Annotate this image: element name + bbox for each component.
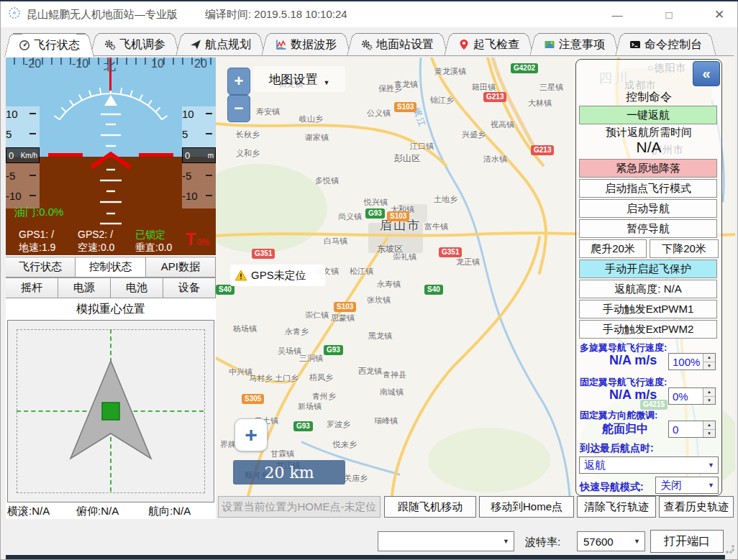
multirotor-speed-spinner[interactable]: 100% ▲▼ — [668, 353, 716, 370]
pause-navigation-button[interactable]: 暂停导航 — [579, 219, 717, 238]
rudder-center-button[interactable]: 舵面归中 — [602, 422, 648, 437]
map-place-label: 江口镇 — [410, 141, 434, 152]
map-zoom-in-large-button[interactable]: + — [234, 418, 268, 451]
tab-flight-status[interactable]: 飞行状态 — [13, 33, 86, 57]
subtab[interactable]: 控制状态 — [76, 257, 145, 277]
road-badge: G351 — [439, 247, 462, 257]
spin-up-icon: ▲ — [703, 354, 715, 362]
return-home-button[interactable]: 一键返航 — [579, 106, 717, 124]
point-flight-mode-button[interactable]: 启动指点飞行模式 — [579, 179, 717, 198]
tab-notes[interactable]: 注意事项 — [538, 33, 611, 55]
map-place-label: 崇礼镇 — [393, 252, 416, 262]
road-badge: G213 — [483, 92, 506, 102]
road-badge: G4202 — [511, 63, 538, 73]
map-place-label: 青龙镇 — [394, 79, 418, 90]
road-badge: G213 — [531, 145, 554, 155]
road-badge: S305 — [242, 394, 264, 404]
gps1-status: GPS1: / — [19, 229, 54, 240]
trigger-extpwm1-button[interactable]: 手动触发ExtPWM1 — [579, 300, 717, 318]
heading-label: 北 — [104, 58, 116, 74]
map-place-label: 土门乡 — [275, 373, 299, 384]
map-zoom-out-button[interactable]: − — [227, 95, 250, 122]
tab-command-console[interactable]: 命令控制台 — [624, 33, 708, 55]
gps2-status: GPS2: / — [78, 229, 113, 240]
fast-nav-dropdown[interactable]: 关闭 ▼ — [655, 477, 719, 494]
rth-eta-label: 预计返航所需时间 — [576, 126, 721, 139]
map-place-label: 杨场镇 — [233, 323, 257, 334]
open-port-button[interactable]: 打开端口 — [650, 530, 724, 553]
tab-waypoint-planning[interactable]: 航点规划 — [184, 33, 257, 55]
map-action-button[interactable]: 设置当前位置为HOME点-未定位 — [218, 496, 381, 518]
aircraft-arrow — [8, 321, 214, 502]
map-place-label: 马村乡 — [249, 373, 273, 384]
speed-readout: 0 Km/h — [6, 147, 40, 163]
spin-up-icon: ▲ — [703, 421, 715, 430]
last-waypoint-dropdown[interactable]: 返航 ▼ — [579, 456, 719, 474]
tab-data-waveform[interactable]: 数据波形 — [270, 33, 342, 55]
map-place-label: 土地乡 — [434, 194, 457, 205]
descend-20m-button[interactable]: 下降20米 — [650, 239, 719, 258]
yaw-readout: 航向:N/A — [148, 505, 191, 518]
tab-ground-station-settings[interactable]: 地面站设置 — [355, 33, 439, 55]
main-tab-bar: 飞行状态 飞机调参 航点规划 数据波形 地面站设置 起飞检查 注意事项 命令控 — [7, 33, 715, 56]
rth-eta-value: N/A — [576, 139, 721, 156]
start-navigation-button[interactable]: 启动导航 — [579, 199, 717, 218]
pitch-readout: 俯仰:N/A — [76, 505, 119, 518]
gears-icon — [361, 39, 373, 50]
close-button[interactable]: ✕ — [707, 6, 732, 24]
minimize-button[interactable]: — — [605, 6, 629, 24]
speed-tick-label: 10 — [6, 108, 18, 120]
subtab[interactable]: 摇杆 — [6, 277, 58, 298]
com-port-dropdown[interactable]: ▼ — [378, 531, 514, 551]
tab-aircraft-tuning[interactable]: 飞机调参 — [99, 33, 171, 55]
status-subtabs-row1: 飞行状态控制状态API数据 — [6, 257, 216, 277]
map-place-label: 三洞镇 — [299, 353, 323, 364]
subtab[interactable]: 飞行状态 — [6, 257, 76, 277]
baud-rate-dropdown[interactable]: 57600 ▼ — [577, 531, 645, 551]
build-time: 编译时间: 2019.5.18 10:10:24 — [205, 8, 347, 22]
maximize-button[interactable]: □ — [657, 6, 681, 24]
map-action-button[interactable]: 清除飞行轨迹 — [577, 496, 656, 518]
map-action-button[interactable]: 移动到Home点 — [479, 496, 574, 518]
trigger-extpwm2-button[interactable]: 手动触发ExtPWM2 — [579, 320, 717, 339]
map-canvas[interactable]: 回龙镇保胜乡寿安镇岐山乡公义镇长秋乡谢家镇黄龙溪镇青龙镇锦江乡籍田镇三星镇大林镇… — [216, 58, 735, 496]
map-icon — [544, 39, 555, 50]
map-place-label: 彭山区 — [394, 152, 420, 165]
map-place-label: 视高镇 — [491, 119, 514, 130]
road-badge: S103 — [387, 211, 409, 221]
map-zoom-in-button[interactable]: + — [227, 68, 250, 95]
subtab[interactable]: 电池 — [111, 277, 163, 298]
altitude-tick-label: -5 — [182, 170, 191, 182]
subtab[interactable]: 电源 — [58, 277, 111, 298]
chevron-down-icon: ▼ — [634, 538, 640, 545]
subtab[interactable]: 设备 — [163, 277, 216, 298]
map-place-label: 甘霖镇 — [270, 449, 294, 459]
climb-20m-button[interactable]: 爬升20米 — [579, 239, 647, 258]
subtab[interactable]: API数据 — [146, 257, 216, 277]
map-place-label: 谢家镇 — [305, 132, 329, 143]
rudder-trim-spinner[interactable]: 0 ▲▼ — [668, 421, 716, 438]
takeoff-protection-button[interactable]: 手动开启起飞保护 — [579, 260, 717, 278]
speed-tick-label: 5 — [6, 128, 12, 140]
spin-down-icon: ▼ — [703, 430, 715, 438]
tab-preflight-check[interactable]: 起飞检查 — [452, 33, 525, 55]
heading-label: 20 — [194, 58, 207, 70]
resize-grip[interactable] — [726, 545, 734, 554]
console-icon — [629, 39, 641, 50]
map-settings-dropdown[interactable]: 地图设置 ▼ — [253, 66, 345, 92]
map-place-label: 青神县 — [383, 369, 406, 380]
altitude-tick-label: 5 — [182, 128, 188, 140]
map-place-label: 思蒙镇 — [331, 313, 355, 323]
fixedwing-speed-spinner[interactable]: 0% ▲▼ — [668, 387, 716, 405]
rth-altitude-button[interactable]: 返航高度: N/A — [579, 280, 717, 298]
map-action-button[interactable]: 跟随飞机移动 — [384, 496, 476, 518]
map-place-label: 白马镇 — [324, 236, 347, 247]
window-bottom-border — [6, 555, 725, 559]
map-action-button[interactable]: 查看历史轨迹 — [659, 496, 734, 518]
map-place-label: 关庙乡 — [344, 473, 368, 484]
temperature-percent: 0% — [197, 237, 209, 247]
cg-panel-title: 模拟重心位置 — [6, 300, 216, 318]
map-place-label: 富牛镇 — [424, 221, 448, 232]
emergency-land-button[interactable]: 紧急原地降落 — [579, 159, 717, 178]
collapse-panel-button[interactable]: « — [693, 61, 720, 86]
